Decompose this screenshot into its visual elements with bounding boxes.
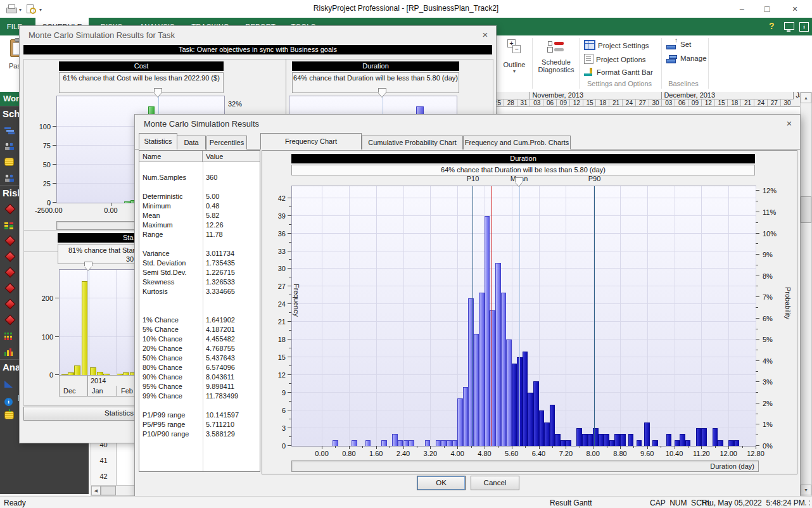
tab-statistics[interactable]: Statistics	[139, 133, 177, 149]
threshold-slider[interactable]	[515, 177, 523, 186]
status-view: Result Gantt	[550, 498, 592, 507]
table-row	[139, 296, 260, 306]
timeline-day: 09	[688, 99, 702, 107]
axis-tick	[661, 446, 661, 448]
scroll-up-icon[interactable]: ▲	[801, 92, 811, 103]
histogram-bar	[628, 434, 634, 446]
duration-header: Duration	[292, 61, 459, 71]
month-cell: Dec	[60, 386, 91, 396]
axis-tick	[756, 435, 758, 435]
axis-tick	[756, 403, 759, 403]
col-header-name[interactable]: Name	[139, 151, 203, 162]
matrix-grid-icon	[4, 333, 13, 340]
cell-value: 11.78	[206, 230, 223, 239]
cell-name: 10% Chance	[143, 334, 182, 344]
timeline-day: 27	[635, 99, 649, 107]
tab-frequency-chart[interactable]: Frequency Chart	[260, 133, 362, 149]
close-icon[interactable]: ×	[478, 29, 492, 41]
table-row: Num.Samples360	[139, 173, 260, 182]
timeline-day: 30	[649, 99, 663, 107]
schedule-diagnostics-button[interactable]: Schedule Diagnostics	[535, 38, 577, 86]
histogram-bar	[74, 365, 80, 375]
gridline	[539, 186, 540, 446]
table-row	[139, 182, 260, 192]
histogram-bar	[734, 440, 740, 446]
axis-tick	[288, 215, 291, 216]
axis-tick	[756, 243, 758, 244]
histogram-bar	[365, 440, 371, 446]
risk-arrow-icon	[4, 283, 15, 293]
table-row: P10/P90 range3.588129	[139, 429, 260, 439]
baseline-set-button[interactable]: Set	[666, 38, 691, 51]
x-axis-label: 0.00	[104, 206, 117, 214]
project-settings-label: Project Settings	[598, 42, 649, 49]
cell-value: 0.48	[206, 201, 219, 211]
axis-tick	[288, 303, 291, 304]
x-axis-label: 7.20	[559, 450, 573, 457]
axis-tick	[111, 203, 111, 206]
histogram-bar	[403, 440, 409, 446]
axis-tick	[756, 318, 759, 319]
ok-button[interactable]: OK	[417, 476, 466, 490]
maximize-button[interactable]: □	[758, 2, 777, 16]
y-axis-label: 6%	[763, 315, 773, 322]
axis-tick	[756, 286, 758, 286]
scrollbar-thumb[interactable]	[101, 486, 116, 495]
project-options-button[interactable]: Project Options	[584, 52, 646, 65]
tab-frequency-cumprob-charts[interactable]: Frequency and Cum.Prob. Charts	[463, 136, 571, 149]
threshold-slider[interactable]	[378, 88, 386, 97]
scroll-left-icon[interactable]: ◀	[91, 486, 101, 495]
help-icon[interactable]: ?	[769, 21, 775, 31]
mean-marker-line	[519, 186, 520, 446]
table-row: Mean5.82	[139, 211, 260, 220]
cancel-button[interactable]: Cancel	[471, 476, 519, 490]
timeline-day: 24	[754, 99, 768, 107]
scrollbar-thumb[interactable]	[801, 196, 811, 223]
tab-percentiles[interactable]: Percentiles	[206, 136, 247, 149]
threshold-slider[interactable]	[84, 262, 92, 270]
outline-button[interactable]: Outline ▾	[498, 38, 530, 86]
histogram-bar	[533, 381, 539, 447]
grid-row-number[interactable]: 41	[91, 453, 117, 469]
grid-row-number[interactable]: 42	[91, 469, 117, 485]
timeline-day: 31	[517, 99, 531, 107]
col-header-value[interactable]: Value	[203, 151, 260, 162]
cost-header: Cost	[59, 61, 224, 71]
gridline	[292, 286, 756, 286]
resize-grip[interactable]	[803, 499, 811, 507]
histogram-bar	[609, 440, 615, 446]
y-axis-label: 30	[278, 265, 286, 272]
risk-matrix-icon	[4, 222, 13, 229]
axis-tick	[620, 446, 621, 449]
tab-cumulative-probability-chart[interactable]: Cumulative Probability Chart	[362, 136, 463, 149]
axis-tick	[288, 339, 291, 340]
x-axis-label: 12.00	[720, 450, 737, 457]
remote-monitor-icon[interactable]	[784, 22, 794, 31]
info-icon[interactable]: i	[799, 22, 809, 32]
axis-tick	[289, 312, 291, 313]
histogram-bar	[506, 340, 512, 446]
baseline-manage-button[interactable]: Manage	[666, 52, 707, 65]
tab-data[interactable]: Data	[177, 136, 206, 149]
cell-name: P1/P99 range	[143, 410, 185, 420]
axis-tick	[756, 392, 758, 393]
threshold-slider[interactable]	[154, 88, 162, 97]
close-icon[interactable]: ×	[782, 118, 796, 129]
axis-tick	[349, 446, 350, 449]
timeline-day: 18	[727, 99, 741, 107]
scroll-down-icon[interactable]: ▼	[801, 485, 811, 495]
gridline	[701, 186, 702, 446]
format-gantt-bar-button[interactable]: Format Gantt Bar	[584, 66, 653, 79]
y-axis-label: 2%	[763, 400, 773, 407]
minimize-button[interactable]: −	[732, 2, 751, 16]
format-gantt-bar-label: Format Gantt Bar	[597, 68, 653, 76]
status-datetime: Thu, May 05,2022 5:48:24 PM	[701, 498, 805, 507]
risk-doc-icon	[4, 236, 15, 245]
close-button[interactable]: ×	[785, 2, 804, 16]
histogram-bar	[576, 428, 582, 446]
vertical-scrollbar[interactable]: ▲ ▼	[800, 92, 812, 497]
histogram-bar	[352, 440, 357, 446]
x-axis-label: 9.60	[640, 450, 654, 457]
project-settings-button[interactable]: Project Settings	[584, 38, 649, 51]
histogram-bar	[392, 434, 398, 446]
